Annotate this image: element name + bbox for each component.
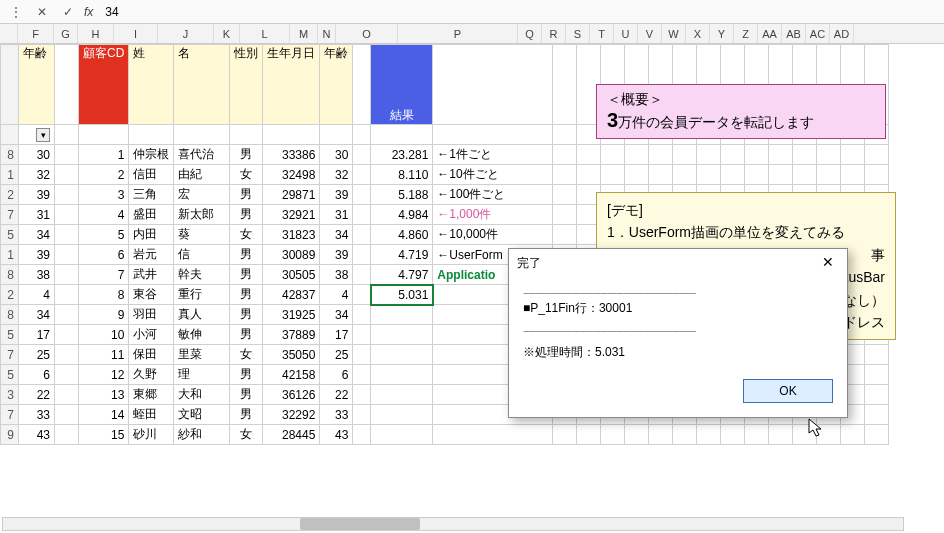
cell-H[interactable]: 5 [79,225,129,245]
cell-G[interactable] [55,145,79,165]
cell-L[interactable]: 32292 [263,405,320,425]
header-cell-P[interactable] [433,45,553,125]
cell-Z[interactable] [769,145,793,165]
cell-I[interactable]: 信田 [129,165,174,185]
cell-O[interactable]: 4.984 [371,205,433,225]
cell-Z[interactable] [769,425,793,445]
cell-S[interactable] [601,425,625,445]
cell-M[interactable]: 30 [320,145,353,165]
cell-L[interactable]: 36126 [263,385,320,405]
header-cell-Q[interactable] [553,45,577,125]
cell-N[interactable] [353,385,371,405]
cell-I[interactable]: 久野 [129,365,174,385]
cell-F[interactable]: 38 [19,265,55,285]
cell-H[interactable]: 8 [79,285,129,305]
cell-L[interactable]: 42837 [263,285,320,305]
cell-J[interactable]: 葵 [174,225,230,245]
cell-AB[interactable] [817,425,841,445]
column-header-Z[interactable]: Z [734,24,758,43]
cell-M[interactable]: 6 [320,365,353,385]
cell-AC[interactable] [841,165,865,185]
cell-L[interactable]: 31925 [263,305,320,325]
cell-I[interactable]: 三角 [129,185,174,205]
cell-rownum[interactable]: 3 [1,385,19,405]
cell-H[interactable]: 4 [79,205,129,225]
cell-J[interactable]: 真人 [174,305,230,325]
column-header-AD[interactable]: AD [830,24,854,43]
cell-M[interactable]: 33 [320,405,353,425]
cell-P[interactable] [433,425,553,445]
column-header-O[interactable]: O [336,24,398,43]
cell-AD[interactable] [865,145,889,165]
cell-AA[interactable] [793,145,817,165]
column-header-AC[interactable]: AC [806,24,830,43]
column-header-G[interactable]: G [54,24,78,43]
cell-M[interactable]: 43 [320,425,353,445]
cell-G[interactable] [55,225,79,245]
cell-O[interactable] [371,385,433,405]
cell-AD[interactable] [865,165,889,185]
cell-H[interactable]: 13 [79,385,129,405]
header-cell-H[interactable]: 顧客CD [79,45,129,125]
cell-AC[interactable] [841,425,865,445]
cell-M[interactable]: 38 [320,265,353,285]
cell-G[interactable] [55,345,79,365]
cell-J[interactable]: 幹夫 [174,265,230,285]
cell-N[interactable] [353,185,371,205]
cell-K[interactable]: 男 [230,185,263,205]
horizontal-scrollbar[interactable] [2,517,904,531]
cell-F[interactable]: 33 [19,405,55,425]
cell-K[interactable]: 女 [230,165,263,185]
cell-rownum[interactable]: 5 [1,365,19,385]
cell-L[interactable]: 32498 [263,165,320,185]
cell-G[interactable] [55,205,79,225]
cell-M[interactable]: 17 [320,325,353,345]
column-header-X[interactable]: X [686,24,710,43]
cell-W[interactable] [697,425,721,445]
cell-F[interactable]: 39 [19,245,55,265]
formula-accept[interactable]: ✓ [58,5,78,19]
header-cell-K[interactable]: 性別 [230,45,263,125]
cell-Q[interactable] [553,165,577,185]
cell-Q[interactable] [553,225,577,245]
cell-X[interactable] [721,165,745,185]
column-header-H[interactable]: H [78,24,114,43]
cell-F[interactable]: 43 [19,425,55,445]
cell-M[interactable]: 25 [320,345,353,365]
cell-AB[interactable] [817,165,841,185]
cell-H[interactable]: 12 [79,365,129,385]
cell-K[interactable]: 男 [230,385,263,405]
cell-N[interactable] [353,345,371,365]
column-header-J[interactable]: J [158,24,214,43]
cell-F[interactable]: 31 [19,205,55,225]
cell-AA[interactable] [793,425,817,445]
cell-AA[interactable] [793,165,817,185]
column-header-U[interactable]: U [614,24,638,43]
cell-rownum[interactable]: 8 [1,305,19,325]
cell-J[interactable]: 理 [174,365,230,385]
filter-button[interactable]: ▾ [36,128,50,142]
cell-X[interactable] [721,425,745,445]
cell-T[interactable] [625,145,649,165]
cell-L[interactable]: 37889 [263,325,320,345]
header-cell-L[interactable]: 生年月日 [263,45,320,125]
cell-F[interactable]: 25 [19,345,55,365]
cell-I[interactable]: 小河 [129,325,174,345]
cell-K[interactable]: 男 [230,265,263,285]
cell-G[interactable] [55,305,79,325]
cell-K[interactable]: 男 [230,405,263,425]
cell-R[interactable] [577,165,601,185]
cell-O[interactable]: 5.188 [371,185,433,205]
cell-M[interactable]: 4 [320,285,353,305]
cell-AD[interactable] [865,405,889,425]
cell-O[interactable]: 23.281 [371,145,433,165]
column-header-I[interactable]: I [114,24,158,43]
column-header-AA[interactable]: AA [758,24,782,43]
column-header-Q[interactable]: Q [518,24,542,43]
cell-K[interactable]: 男 [230,145,263,165]
cell-H[interactable]: 1 [79,145,129,165]
header-cell-F[interactable]: 年齢 [19,45,55,125]
cell-rownum[interactable]: 7 [1,345,19,365]
cell-O[interactable] [371,425,433,445]
cell-rownum[interactable]: 2 [1,285,19,305]
